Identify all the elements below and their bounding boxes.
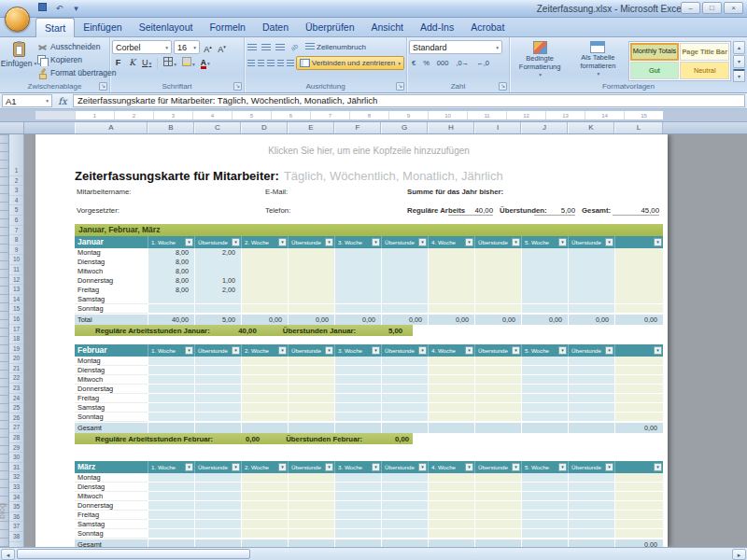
day-value-cell[interactable]: [381, 473, 428, 483]
day-value-cell[interactable]: [521, 492, 568, 501]
percent-style-button[interactable]: %: [420, 57, 432, 69]
day-value-cell[interactable]: [148, 366, 194, 375]
font-dialog-launcher[interactable]: ↘: [233, 82, 242, 91]
filter-dropdown-icon[interactable]: ▾: [325, 463, 333, 471]
day-value-cell[interactable]: [334, 357, 381, 366]
week-header[interactable]: 5. Woche▾: [521, 461, 568, 473]
row-header-33[interactable]: 33: [9, 483, 23, 493]
day-value-cell[interactable]: [194, 394, 241, 403]
day-value-cell[interactable]: [288, 511, 334, 520]
row-header-17[interactable]: 17: [9, 325, 23, 335]
row-header-22[interactable]: 22: [9, 373, 23, 384]
day-value-cell[interactable]: [568, 501, 614, 511]
filter-dropdown-icon[interactable]: ▾: [654, 346, 662, 355]
row-header-38[interactable]: 38: [9, 532, 23, 542]
day-value-cell[interactable]: [148, 403, 194, 413]
column-header-k[interactable]: K: [568, 122, 614, 133]
filter-dropdown-icon[interactable]: ▾: [232, 346, 240, 355]
filter-dropdown-icon[interactable]: ▾: [418, 463, 427, 471]
day-value-cell[interactable]: [568, 304, 614, 314]
column-header-i[interactable]: I: [474, 122, 521, 133]
filter-dropdown-icon[interactable]: ▾: [418, 238, 427, 246]
day-value-cell[interactable]: [148, 375, 194, 385]
tab-start[interactable]: Start: [35, 18, 75, 37]
day-value-cell[interactable]: [241, 413, 288, 422]
total-value-cell[interactable]: [428, 539, 474, 547]
filter-dropdown-icon[interactable]: ▾: [512, 346, 520, 355]
day-value-cell[interactable]: [194, 385, 241, 394]
day-value-cell[interactable]: [194, 473, 241, 483]
week-header[interactable]: 3. Woche▾: [334, 461, 381, 473]
row-header-15[interactable]: 15: [9, 304, 23, 315]
number-dialog-launcher[interactable]: ↘: [499, 82, 507, 91]
select-all-corner[interactable]: [0, 122, 24, 133]
day-name-cell[interactable]: Montag: [75, 357, 148, 366]
name-label[interactable]: Mitarbeitername:: [77, 188, 132, 196]
filter-dropdown-icon[interactable]: ▾: [605, 238, 613, 246]
day-value-cell[interactable]: [614, 413, 663, 422]
tab-überprüfen[interactable]: Überprüfen: [297, 18, 363, 36]
accounting-format-button[interactable]: €: [409, 57, 418, 69]
column-header-b[interactable]: B: [148, 122, 194, 133]
day-value-cell[interactable]: [428, 295, 474, 304]
grand-total-value[interactable]: 45,00: [613, 206, 659, 216]
week-header[interactable]: Überstunde▾: [288, 344, 334, 357]
tab-ansicht[interactable]: Ansicht: [363, 18, 412, 36]
day-value-cell[interactable]: [241, 492, 288, 501]
filter-dropdown-icon[interactable]: ▾: [372, 463, 380, 471]
filter-dropdown-icon[interactable]: ▾: [372, 238, 380, 246]
decrease-indent-icon[interactable]: [276, 58, 285, 69]
day-value-cell[interactable]: [474, 385, 521, 394]
day-value-cell[interactable]: [474, 375, 521, 385]
day-value-cell[interactable]: [381, 366, 428, 375]
day-value-cell[interactable]: [148, 357, 194, 366]
total-value-cell[interactable]: 40,00: [148, 314, 194, 325]
week-header-partial[interactable]: ▾: [614, 236, 663, 248]
day-value-cell[interactable]: [521, 403, 568, 413]
day-value-cell[interactable]: [521, 529, 568, 539]
filter-dropdown-icon[interactable]: ▾: [654, 463, 662, 471]
row-header-8[interactable]: 8: [9, 235, 23, 245]
total-value-cell[interactable]: [521, 422, 568, 433]
day-value-cell[interactable]: [288, 295, 334, 304]
day-value-cell[interactable]: [241, 366, 288, 375]
day-value-cell[interactable]: [381, 375, 428, 385]
day-value-cell[interactable]: [474, 492, 521, 501]
total-value-cell[interactable]: [194, 539, 241, 547]
week-header[interactable]: Überstunde▾: [194, 461, 241, 473]
day-value-cell[interactable]: [288, 492, 334, 501]
day-value-cell[interactable]: [334, 520, 381, 529]
day-value-cell[interactable]: [614, 529, 663, 539]
filter-dropdown-icon[interactable]: ▾: [325, 346, 333, 355]
total-value-cell[interactable]: [241, 539, 288, 547]
undo-button[interactable]: ↶: [52, 2, 66, 15]
filter-dropdown-icon[interactable]: ▾: [654, 238, 662, 246]
day-name-cell[interactable]: Dienstag: [75, 483, 148, 492]
align-middle-icon[interactable]: [261, 42, 273, 53]
day-value-cell[interactable]: [521, 520, 568, 529]
increase-indent-icon[interactable]: [286, 58, 294, 69]
day-value-cell[interactable]: [614, 295, 663, 304]
day-value-cell[interactable]: [288, 385, 334, 394]
day-name-cell[interactable]: Samstag: [75, 403, 148, 413]
font-size-select[interactable]: 16▾: [174, 40, 200, 54]
increase-decimal-button[interactable]: ,0→: [453, 57, 472, 69]
total-label-cell[interactable]: Total: [75, 314, 148, 325]
week-header-partial[interactable]: ▾: [614, 344, 663, 357]
day-value-cell[interactable]: [334, 413, 381, 422]
day-value-cell[interactable]: [428, 304, 474, 314]
sheet-title[interactable]: Zeiterfassungskarte für Mitarbeiter:Tägl…: [75, 166, 663, 185]
grow-font-button[interactable]: A▴: [202, 41, 214, 54]
total-value-cell[interactable]: 0,00: [614, 422, 663, 433]
day-value-cell[interactable]: [241, 304, 288, 314]
day-value-cell[interactable]: [148, 394, 194, 403]
week-header[interactable]: Überstunde▾: [568, 236, 614, 248]
total-value-cell[interactable]: [428, 422, 474, 433]
day-value-cell[interactable]: [568, 473, 614, 483]
day-value-cell[interactable]: [381, 385, 428, 394]
day-name-cell[interactable]: Sonntag: [75, 304, 148, 314]
minimize-button[interactable]: –: [681, 2, 700, 14]
week-header[interactable]: 1. Woche▾: [148, 461, 194, 473]
day-value-cell[interactable]: [614, 385, 663, 394]
day-value-cell[interactable]: [428, 375, 474, 385]
